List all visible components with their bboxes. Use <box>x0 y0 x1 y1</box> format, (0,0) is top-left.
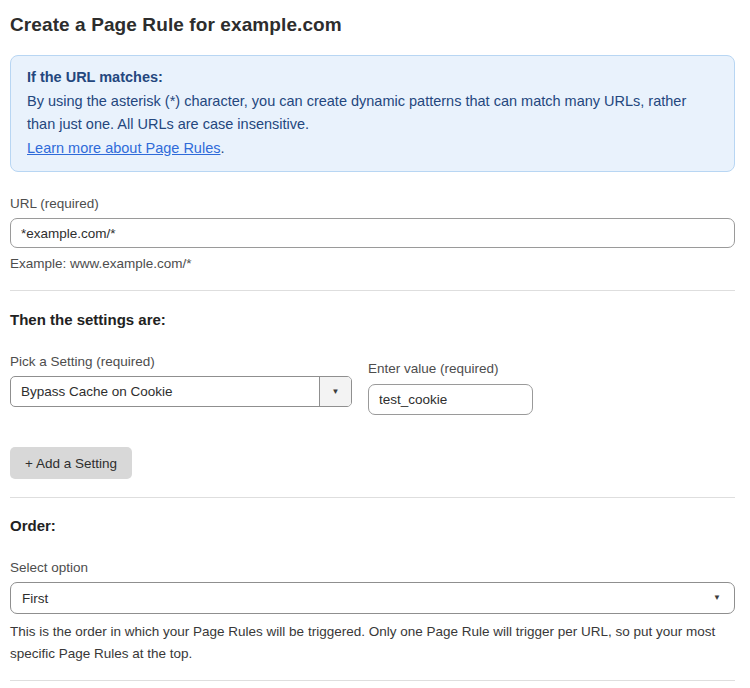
divider <box>10 290 735 291</box>
setting-select-dropdown-button[interactable]: ▼ <box>319 377 351 406</box>
setting-select[interactable]: Bypass Cache on Cookie ▼ <box>10 376 352 407</box>
settings-row: Pick a Setting (required) Bypass Cache o… <box>10 353 735 415</box>
pick-setting-column: Pick a Setting (required) Bypass Cache o… <box>10 353 352 415</box>
chevron-down-icon: ▼ <box>713 594 721 602</box>
enter-value-column: Enter value (required) <box>368 360 533 415</box>
setting-value-input[interactable] <box>368 384 533 415</box>
link-period: . <box>220 140 224 156</box>
settings-section-heading: Then the settings are: <box>10 310 735 330</box>
add-setting-button[interactable]: + Add a Setting <box>10 447 132 479</box>
url-example-hint: Example: www.example.com/* <box>10 255 735 272</box>
setting-select-value: Bypass Cache on Cookie <box>11 377 319 406</box>
enter-value-label: Enter value (required) <box>368 360 533 377</box>
pick-setting-label: Pick a Setting (required) <box>10 353 352 370</box>
chevron-down-icon: ▼ <box>332 388 340 396</box>
order-select-value: First <box>22 591 48 606</box>
order-help-text: This is the order in which your Page Rul… <box>10 621 735 665</box>
info-box-heading: If the URL matches: <box>27 66 718 90</box>
create-page-rule-panel: Create a Page Rule for example.com If th… <box>0 0 750 688</box>
url-input[interactable] <box>10 218 735 248</box>
order-select[interactable]: First ▼ <box>10 582 735 614</box>
page-title: Create a Page Rule for example.com <box>10 12 735 38</box>
url-label: URL (required) <box>10 195 735 212</box>
learn-more-page-rules-link[interactable]: Learn more about Page Rules <box>27 140 220 156</box>
order-section-heading: Order: <box>10 516 735 536</box>
divider <box>10 680 735 681</box>
info-box-body: By using the asterisk (*) character, you… <box>27 90 718 137</box>
divider <box>10 497 735 498</box>
select-option-label: Select option <box>10 559 735 576</box>
info-box-link-line: Learn more about Page Rules. <box>27 137 718 161</box>
url-match-info-box: If the URL matches: By using the asteris… <box>10 55 735 172</box>
